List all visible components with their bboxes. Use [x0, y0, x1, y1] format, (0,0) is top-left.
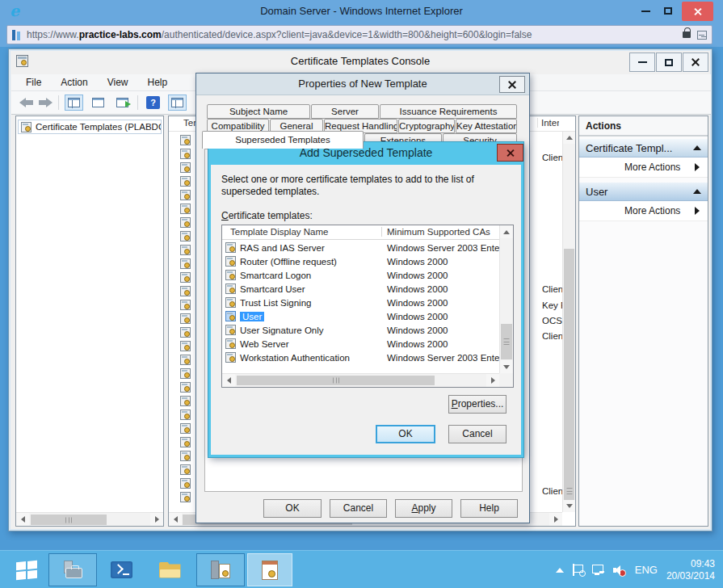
list-vertical-scrollbar[interactable]	[562, 132, 575, 512]
tab-subject-name[interactable]: Subject Name	[207, 104, 310, 119]
ie-close-button[interactable]	[682, 2, 713, 21]
show-hidden-icons-button[interactable]	[556, 568, 564, 573]
ie-minimize-button[interactable]	[634, 0, 657, 22]
console-titlebar[interactable]: Certificate Templates Console	[9, 49, 712, 74]
properties-button[interactable]: Properties...	[448, 395, 507, 414]
menu-view[interactable]: View	[107, 77, 128, 88]
certificate-template-icon	[225, 256, 236, 267]
tree-root-item[interactable]: Certificate Templates (PLABDC0	[18, 120, 162, 134]
templates-vertical-scrollbar[interactable]	[499, 225, 513, 373]
url-input[interactable]: https://www.practice-labs.com/authentica…	[6, 25, 712, 44]
template-row[interactable]: Workstation AuthenticationWindows Server…	[222, 351, 499, 364]
windows-logo-icon	[16, 560, 37, 580]
taskbar-server-manager[interactable]	[48, 553, 97, 586]
add-dialog-close-button[interactable]	[497, 144, 523, 162]
add-dialog-cancel-button[interactable]: Cancel	[448, 425, 507, 443]
certificate-template-icon	[180, 396, 191, 406]
properties-toolbar-button[interactable]	[89, 94, 107, 111]
language-indicator[interactable]: ENG	[635, 564, 658, 576]
collapse-icon[interactable]	[693, 189, 701, 194]
certificate-template-icon	[180, 217, 191, 228]
show-console-tree-button[interactable]	[65, 94, 83, 111]
taskbar-powershell[interactable]	[99, 553, 143, 586]
actions-section-user[interactable]: User	[579, 183, 708, 201]
add-dialog-ok-button[interactable]: OK	[376, 425, 435, 443]
back-icon[interactable]	[19, 98, 33, 107]
certificate-template-icon	[180, 410, 191, 420]
certificate-template-icon	[225, 297, 236, 308]
column-minimum-supported-cas[interactable]: Minimum Supported CAs	[381, 227, 490, 237]
more-actions-certificate-templates[interactable]: More Actions	[579, 158, 708, 178]
properties-ok-button[interactable]: OK	[263, 499, 322, 518]
ie-maximize-button[interactable]	[657, 0, 679, 22]
actions-header: Actions	[579, 116, 708, 136]
properties-apply-button[interactable]: Apply	[395, 499, 452, 518]
template-row[interactable]: Router (Offline request)Windows 2000	[222, 254, 499, 268]
template-row[interactable]: Smartcard UserWindows 2000	[222, 282, 499, 296]
more-actions-user[interactable]: More Actions	[579, 201, 708, 221]
certificate-template-icon	[180, 176, 191, 187]
properties-icon	[92, 98, 104, 107]
tab-key-attestation[interactable]: Key Attestation	[456, 119, 517, 133]
certificate-template-icon	[180, 190, 191, 200]
template-list-column-headers[interactable]: Template Display Name Minimum Supported …	[222, 225, 499, 240]
properties-dialog-close-button[interactable]	[499, 76, 525, 93]
show-action-pane-button[interactable]	[168, 94, 187, 111]
certificate-template-icon	[180, 300, 191, 310]
menu-help[interactable]: Help	[148, 77, 168, 88]
template-row-selected[interactable]: UserWindows 2000	[222, 309, 499, 323]
compatibility-view-icon[interactable]	[697, 31, 707, 40]
forward-icon[interactable]	[39, 98, 53, 107]
site-favicon-icon	[12, 30, 21, 40]
template-row[interactable]: Smartcard LogonWindows 2000	[222, 268, 499, 282]
properties-help-button[interactable]: Help	[460, 499, 518, 518]
collapse-icon[interactable]	[693, 145, 701, 150]
volume-muted-icon[interactable]	[613, 565, 626, 576]
template-row[interactable]: Web ServerWindows 2000	[222, 337, 499, 351]
certificate-template-icon	[180, 231, 191, 242]
export-list-button[interactable]	[113, 94, 132, 111]
more-actions-label: More Actions	[624, 205, 680, 216]
ie-titlebar: e Domain Server - Windows Internet Explo…	[0, 0, 723, 23]
add-dialog-instruction: Select one or more certificate templates…	[221, 174, 514, 198]
submenu-arrow-icon	[695, 163, 700, 171]
template-row[interactable]: RAS and IAS ServerWindows Server 2003 En…	[222, 241, 499, 254]
template-row[interactable]: User Signature OnlyWindows 2000	[222, 323, 499, 337]
taskbar-certificate-templates-active[interactable]	[247, 553, 292, 586]
column-intended-purposes[interactable]: Intended Purposes	[537, 118, 559, 128]
console-close-button[interactable]	[683, 52, 708, 72]
properties-cancel-button[interactable]: Cancel	[330, 499, 387, 518]
certificate-template-icon	[180, 204, 191, 214]
certificate-template-icon	[225, 242, 236, 253]
tree-horizontal-scrollbar[interactable]	[16, 512, 163, 526]
actions-section-certificate-templates[interactable]: Certificate Templ...	[579, 139, 708, 158]
menu-action[interactable]: Action	[61, 77, 87, 88]
start-button[interactable]	[6, 553, 46, 586]
close-icon	[691, 58, 700, 66]
templates-horizontal-scrollbar[interactable]	[222, 373, 499, 387]
menu-file[interactable]: File	[26, 77, 41, 88]
network-icon[interactable]	[592, 565, 604, 575]
console-maximize-button[interactable]	[656, 52, 682, 72]
help-toolbar-button[interactable]	[144, 94, 162, 111]
certificate-template-icon	[180, 149, 191, 159]
console-tree-pane: Certificate Templates (PLABDC0	[15, 116, 164, 527]
certificate-template-icon	[180, 423, 191, 434]
help-icon	[146, 96, 160, 109]
clock[interactable]: 09:43 20/03/2014	[666, 558, 715, 582]
tab-cryptography[interactable]: Cryptography	[398, 119, 455, 133]
console-minimize-button[interactable]	[629, 52, 655, 72]
certificate-templates-console-icon	[262, 561, 278, 580]
certificate-template-icon	[180, 492, 191, 502]
properties-dialog-titlebar[interactable]: Properties of New Template	[196, 74, 529, 95]
taskbar-file-explorer[interactable]	[145, 553, 194, 586]
action-center-flag-icon[interactable]	[573, 564, 583, 576]
taskbar-certification-authority[interactable]	[196, 553, 245, 586]
tab-superseded-templates[interactable]: Superseded Templates	[202, 131, 364, 149]
template-row[interactable]: Trust List SigningWindows 2000	[222, 296, 499, 309]
column-template-display-name[interactable]: Template Display Name	[230, 227, 328, 237]
certificate-templates-listbox: Template Display Name Minimum Supported …	[221, 225, 514, 388]
tab-issuance-requirements[interactable]: Issuance Requirements	[380, 104, 517, 119]
tab-server[interactable]: Server	[311, 104, 379, 119]
more-actions-label: More Actions	[624, 162, 680, 173]
